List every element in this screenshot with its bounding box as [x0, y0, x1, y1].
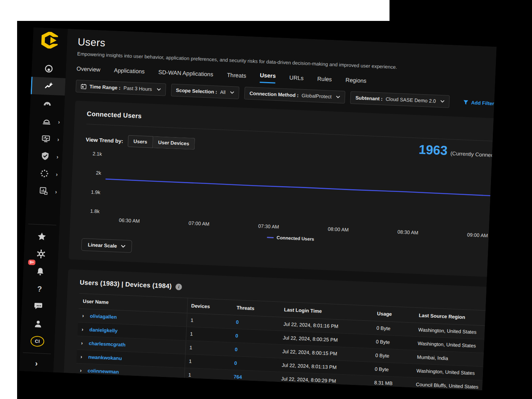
brand-logo-icon[interactable] — [41, 32, 59, 51]
sidebar-divider — [28, 224, 56, 225]
chevron-right-icon: › — [35, 359, 38, 367]
row-expand-icon[interactable]: › — [82, 326, 84, 332]
row-expand-icon[interactable]: › — [81, 340, 83, 346]
trend-line — [105, 179, 497, 196]
connected-count: 1963 (Currently Connected) — [418, 142, 497, 160]
sidebar-item-insights-active[interactable] — [31, 77, 66, 96]
usage-cell: 0 Byte — [372, 335, 414, 350]
filter-label: Subtenant : — [355, 95, 383, 102]
tab-urls[interactable]: URLs — [289, 74, 304, 85]
user-link[interactable]: oliviagallen — [90, 313, 117, 320]
row-expand-icon[interactable]: › — [82, 313, 84, 318]
chevron-right-icon: › — [56, 153, 59, 160]
sidebar-item-reports[interactable]: › — [26, 182, 61, 201]
insights-trend-icon — [44, 81, 54, 91]
sidebar-item-workflows[interactable]: › — [28, 129, 63, 148]
x-tick: 08:30 AM — [397, 229, 419, 236]
time-range-filter[interactable]: Time Range : Past 3 Hours — [76, 80, 166, 96]
usage-cell: 0 Byte — [370, 362, 413, 377]
chevron-right-icon: › — [55, 188, 57, 195]
sidebar-item-observability[interactable] — [32, 59, 66, 78]
usage-cell: 0 Byte — [371, 348, 413, 364]
y-tick: 2k — [84, 169, 101, 176]
black-backdrop-corner — [390, 0, 532, 21]
legend-label: Connected Users — [277, 235, 314, 242]
y-tick: 1.9k — [84, 189, 101, 195]
col-header-devices[interactable]: Devices — [187, 298, 233, 315]
devices-cell: 1 — [185, 340, 231, 356]
filter-value: Past 3 Hours — [124, 85, 152, 92]
notification-badge: 9+ — [28, 260, 36, 265]
sidebar-expand-button[interactable]: › — [19, 356, 54, 371]
threats-link[interactable]: 0 — [235, 333, 238, 339]
add-filter-button[interactable]: Add Filter — [463, 100, 494, 106]
devices-cell: 1 — [186, 313, 232, 329]
feedback-button[interactable] — [21, 297, 56, 316]
scale-label: Linear Scale — [88, 242, 117, 249]
chevron-right-icon: › — [56, 171, 58, 177]
threats-link[interactable]: 0 — [235, 347, 238, 352]
funnel-icon — [463, 100, 469, 105]
tab-applications[interactable]: Applications — [114, 67, 145, 78]
favorites-button[interactable] — [24, 227, 59, 246]
toggle-users[interactable]: Users — [128, 135, 153, 148]
sidebar-item-incidents[interactable]: › — [29, 112, 64, 131]
col-header-usage[interactable]: Usage — [373, 306, 415, 323]
legend-line-swatch — [267, 237, 274, 238]
app-window: › › › — [19, 27, 497, 390]
tab-regions[interactable]: Regions — [345, 77, 367, 87]
filter-label: Connection Method : — [249, 90, 299, 98]
threats-link[interactable]: 0 — [236, 319, 239, 325]
connected-count-number: 1963 — [418, 142, 448, 158]
tab-overview[interactable]: Overview — [76, 65, 101, 76]
sidebar-item-security[interactable]: › — [28, 147, 63, 166]
scope-selection-filter[interactable]: Scope Selection : All — [171, 84, 239, 99]
profile-button[interactable] — [21, 314, 55, 333]
users-table: User Name Devices Threats Last Login Tim… — [76, 293, 496, 391]
filter-value: GlobalProtect — [301, 93, 331, 100]
sidebar-bottom-group: 9+ ? CI › — [19, 221, 60, 372]
info-icon[interactable]: i — [176, 283, 182, 290]
help-button[interactable]: ? — [22, 279, 57, 298]
threats-link[interactable]: 0 — [234, 360, 237, 366]
toggle-user-devices[interactable]: User Devices — [153, 136, 195, 150]
y-tick: 2.1k — [85, 150, 102, 157]
filter-value: Cloud SASE Demo 2.0 — [386, 96, 436, 104]
x-tick: 07:00 AM — [188, 220, 210, 227]
sidebar-item-monitor[interactable] — [30, 94, 65, 113]
x-tick: 07:30 AM — [258, 223, 279, 230]
tab-sdwan-applications[interactable]: SD-WAN Applications — [158, 69, 213, 81]
filter-label: Time Range : — [89, 84, 120, 90]
tab-threats[interactable]: Threats — [226, 71, 246, 82]
user-link[interactable]: colinnewman — [87, 368, 119, 375]
scale-select[interactable]: Linear Scale — [81, 238, 132, 253]
person-icon — [33, 319, 43, 329]
sidebar-divider — [23, 353, 51, 354]
connection-method-filter[interactable]: Connection Method : GlobalProtect — [244, 87, 345, 103]
user-link[interactable]: charlesmcgrath — [89, 340, 125, 348]
row-expand-icon[interactable]: › — [81, 354, 82, 359]
chevron-right-icon: › — [57, 136, 59, 142]
tab-rules[interactable]: Rules — [317, 75, 332, 86]
avatar-initials: CI — [30, 336, 44, 347]
view-trend-label: View Trend by: — [86, 136, 123, 144]
row-expand-icon[interactable]: › — [80, 367, 82, 373]
user-link[interactable]: nwankwokanu — [88, 354, 122, 361]
tab-users[interactable]: Users — [260, 72, 276, 84]
col-header-threats[interactable]: Threats — [233, 300, 281, 317]
sidebar-item-sase[interactable]: › — [27, 164, 62, 183]
tenant-avatar[interactable]: CI — [20, 332, 55, 351]
y-tick: 1.8k — [83, 208, 100, 214]
chevron-down-icon — [440, 100, 445, 103]
subtenant-filter[interactable]: Subtenant : Cloud SASE Demo 2.0 — [350, 91, 450, 108]
chevron-down-icon — [157, 88, 161, 91]
bell-icon — [36, 267, 45, 276]
trend-toggle: Users User Devices — [128, 135, 195, 150]
devices-cell: 1 — [185, 354, 231, 370]
calendar-icon — [81, 83, 87, 89]
notifications-button[interactable]: 9+ — [23, 262, 58, 281]
user-link[interactable]: danielgkelly — [89, 327, 118, 334]
star-icon — [37, 232, 46, 241]
x-tick: 08:00 AM — [328, 226, 349, 233]
threats-link[interactable]: 764 — [234, 374, 242, 380]
